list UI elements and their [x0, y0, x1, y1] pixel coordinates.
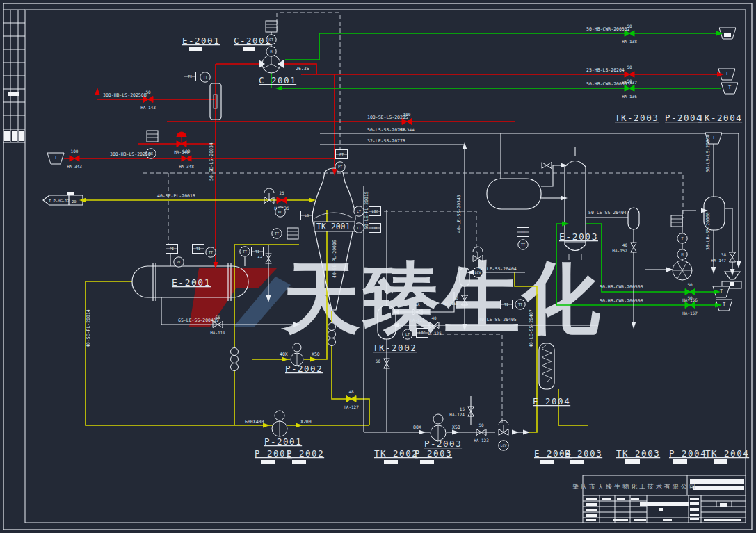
tag-bar: [690, 518, 699, 520]
pid-drawing: 天 臻 生 化: [0, 0, 756, 533]
label-50-LE-SS-20404: 50-LE-SS-20404: [588, 210, 627, 215]
instrument-tag: LIC: [371, 209, 378, 213]
label-300-HB-LS-20250B: 300-HB-LS-20250B: [103, 92, 147, 98]
instrument-tag: TT: [357, 226, 361, 230]
instrument-tag: TT: [243, 249, 247, 254]
label-40-LE-SS-20405: 40-LE-SS-20405: [478, 317, 517, 322]
label-C-2001: C-2001: [234, 35, 271, 46]
label-P-2003: P-2003: [424, 438, 462, 449]
instrument-tag: TI: [255, 249, 259, 254]
label-E-2003: E-2003: [565, 448, 602, 459]
tag-bar: [663, 519, 672, 521]
instrument-striped-box: [266, 21, 277, 32]
instrument-tag: M: [270, 49, 272, 54]
tag-bar: [586, 509, 597, 511]
instrument-tag: PI: [170, 247, 174, 251]
instrument-tag: LG: [305, 213, 309, 218]
label-40-LE-SS-20340: 40-LE-SS-20340: [456, 195, 462, 233]
instrument-tag: TT: [521, 243, 525, 247]
valve-tag: 40: [622, 243, 628, 247]
valve-tag: HA-343: [67, 164, 82, 169]
label-300-HB-LS-20250: 300-HB-LS-20250: [110, 151, 151, 157]
instrument-tag: TI: [196, 247, 200, 251]
label-25-HB-LS-20204: 25-HB-LS-20204: [586, 67, 625, 73]
instrument-tag: TI: [504, 302, 508, 306]
label-E-2001: E-2001: [172, 277, 211, 288]
label-X200: X200: [300, 419, 312, 425]
instrument-TT: TT: [206, 247, 216, 257]
label-50-LE-SS-20404: 50-LE-SS-20404: [478, 266, 517, 272]
valve-tag: HA-152: [612, 248, 627, 253]
label-P-2002: P-2002: [287, 448, 324, 459]
instrument-tag: HC: [278, 210, 282, 214]
instrument-HC: HC: [275, 207, 285, 217]
label-50-LB-LS-20060: 50-LB-LS-20060: [705, 134, 711, 172]
instrument-tag: TT: [275, 231, 279, 236]
instrument-TI: TI: [193, 245, 204, 254]
label-50-HB-CWR-200502: 50-HB-CWR-200502: [586, 26, 630, 32]
label-26.35: 26.35: [296, 66, 309, 72]
instrument-tag: T: [681, 236, 683, 240]
label-50-HB-CWR-200506: 50-HB-CWR-200506: [600, 298, 643, 304]
valve-tag: HA-151: [443, 301, 458, 306]
tag-bar: [690, 498, 699, 500]
label-40-LE-SS-20407: 40-LE-SS-20407: [529, 309, 534, 347]
tag-bar: [714, 459, 727, 464]
instrument-tag: PT: [177, 260, 181, 264]
instrument-TI: TI: [184, 72, 196, 81]
instrument-M: M: [677, 249, 687, 259]
vacuum-pump-P-2004: [673, 261, 692, 280]
valve-tag: 15: [460, 407, 465, 411]
instrument-TT: TT: [240, 247, 250, 256]
instrument-striped-box: [287, 228, 298, 239]
expansion-coil: [328, 338, 336, 346]
valve-tag: 50: [627, 65, 632, 69]
valve-tag: 48: [348, 389, 354, 394]
label-P-2001: P-2001: [264, 436, 302, 447]
label-50-SE-LS-20034: 50-SE-LS-20034: [209, 142, 214, 181]
label-40-SE-PL-2001B: 40-SE-PL-2001B: [157, 193, 195, 199]
instrument-box: [266, 21, 277, 32]
instrument-tag: TI: [521, 230, 525, 234]
label-E-2001: E-2001: [182, 35, 220, 46]
valve-tag: HA-136: [622, 94, 637, 99]
expansion-coil: [231, 356, 239, 363]
valve-tag: 50: [687, 295, 693, 300]
tag-bar: [634, 519, 646, 521]
tag-bar: [704, 519, 741, 521]
instrument-tag: M: [681, 252, 683, 256]
tag-bar: [659, 508, 663, 511]
tag-bar: [384, 460, 398, 464]
tag-bar: [631, 498, 639, 500]
instrument-LIC: LIC: [417, 329, 428, 338]
instrument-PT: PT: [174, 257, 184, 267]
company-name: 肇庆市天臻生物化工技术有限公司: [572, 483, 698, 490]
expansion-coil: [328, 323, 336, 331]
instrument-tag: TT: [209, 250, 213, 254]
tag-bar: [586, 519, 596, 521]
tag-bar: [690, 502, 699, 505]
instrument-T: T: [677, 233, 687, 243]
instrument-tag: FT: [339, 152, 344, 156]
label-40X: 40X: [280, 352, 288, 357]
tag-bar: [673, 459, 687, 464]
instrument-LG: LG: [301, 211, 313, 220]
tag-bar: [690, 508, 699, 511]
instrument-striped-box: [147, 131, 158, 142]
label-X50: X50: [452, 425, 460, 430]
label-40-SE-PL-20016: 40-SE-PL-20016: [332, 240, 337, 278]
tag-bar: [292, 460, 306, 464]
valve-tag: HA-138: [622, 39, 637, 44]
instrument-tag: LT: [405, 332, 410, 336]
label-40-SE-PL-20014: 40-SE-PL-20014: [86, 309, 91, 347]
instrument-tag: TIC: [371, 226, 378, 230]
tag-bar: [420, 460, 434, 464]
label-P-2003: P-2003: [415, 448, 452, 459]
label-100-SE-LS-20205: 100-SE-LS-20205: [367, 115, 408, 120]
label-38-LB-SS-20060: 38-LB-SS-20060: [705, 212, 711, 250]
cad-pid-screenshot: 天 臻 生 化: [0, 0, 756, 533]
tag-bar: [617, 498, 625, 500]
valve-tag: 100: [71, 149, 79, 154]
connector-fill: [724, 33, 731, 37]
label-50-LE-PL-20015: 50-LE-PL-20015: [364, 191, 369, 229]
